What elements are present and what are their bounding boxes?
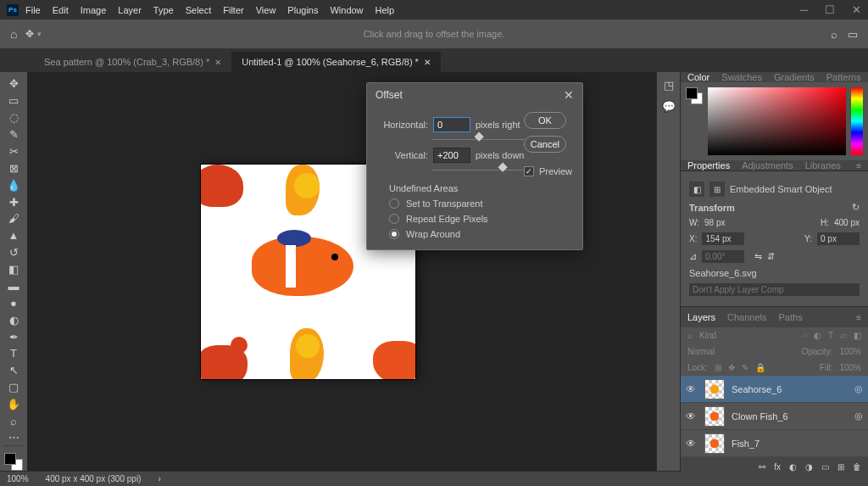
horizontal-input[interactable] [433,117,470,132]
reset-icon[interactable]: ↻ [852,202,860,213]
zoom-tool[interactable]: ⌕ [3,413,25,430]
menu-layer[interactable]: Layer [118,5,142,15]
layer-row[interactable]: 👁 Fish_7 [681,430,868,457]
radio-icon[interactable] [389,214,399,224]
history-brush-tool[interactable]: ↺ [3,244,25,261]
hue-slider[interactable] [851,87,863,155]
flip-h-icon[interactable]: ⇋ [754,251,762,262]
radio-repeat[interactable]: Repeat Edge Pixels [389,214,574,224]
move-tool[interactable]: ✥ [3,75,25,92]
lock-icon[interactable]: 🔒 [755,363,765,372]
tab-sea-pattern[interactable]: Sea pattern @ 100% (Crab_3, RGB/8) * ✕ [34,52,231,72]
dialog-titlebar[interactable]: Offset ✕ [367,83,582,107]
x-input[interactable] [702,232,744,245]
tab-layers[interactable]: Layers [687,312,715,322]
layer-name[interactable]: Fish_7 [732,439,760,449]
filter-smart-icon[interactable]: ◧ [854,331,861,340]
doc-info[interactable]: 400 px x 400 px (300 ppi) [46,474,142,483]
heal-tool[interactable]: ✚ [3,193,25,210]
move-tool-icon[interactable]: ✥ [25,28,34,40]
history-panel-icon[interactable]: ◳ [664,79,674,92]
mask-icon[interactable]: ◐ [789,462,797,472]
tab-libraries[interactable]: Libraries [805,160,841,170]
new-layer-icon[interactable]: ⊞ [837,462,844,472]
radio-wrap[interactable]: Wrap Around [389,229,574,239]
pen-tool[interactable]: ✒ [3,328,25,345]
opacity-value[interactable]: 100% [839,347,861,356]
window-close-icon[interactable]: ✕ [852,3,861,16]
visibility-icon[interactable]: 👁 [686,383,698,395]
frame-tool[interactable]: ⊠ [3,159,25,176]
quickselect-tool[interactable]: ✎ [3,126,25,143]
home-icon[interactable]: ⌂ [10,27,17,41]
comments-panel-icon[interactable]: 💬 [662,100,676,113]
radio-icon[interactable] [389,198,399,209]
tab-patterns[interactable]: Patterns [826,72,861,82]
chevron-right-icon[interactable]: › [158,474,160,483]
filter-search-icon[interactable]: ⌕ [687,331,693,340]
brush-tool[interactable]: 🖌 [3,210,25,227]
type-tool[interactable]: T [3,345,25,362]
blend-mode-select[interactable]: Normal [687,347,715,356]
menu-plugins[interactable]: Plugins [287,5,318,15]
menu-help[interactable]: Help [376,5,395,15]
panel-swatch[interactable] [686,87,703,104]
gradient-tool[interactable]: ▬ [3,278,25,295]
angle-input[interactable] [702,250,744,263]
transform-header[interactable]: Transform [689,203,735,213]
menu-filter[interactable]: Filter [223,5,243,15]
tab-gradients[interactable]: Gradients [774,72,815,82]
lock-pixels-icon[interactable]: ✎ [742,363,748,372]
foreground-background-swatch[interactable] [4,453,23,471]
workspace-icon[interactable]: ▭ [848,28,858,41]
hand-tool[interactable]: ✋ [3,396,25,413]
horizontal-slider[interactable] [431,136,525,144]
w-value[interactable]: 98 px [704,218,725,227]
menu-edit[interactable]: Edit [53,5,69,15]
flip-v-icon[interactable]: ⇵ [767,251,775,262]
edit-toolbar[interactable]: ⋯ [3,429,25,446]
vertical-input[interactable] [433,148,470,163]
layer-row[interactable]: 👁 Seahorse_6 ◎ [681,376,868,403]
radio-icon[interactable] [389,229,399,239]
layer-row[interactable]: 👁 Clown Fish_6 ◎ [681,403,868,430]
close-icon[interactable]: ✕ [564,88,574,102]
window-maximize-icon[interactable]: ☐ [825,3,835,16]
visibility-icon[interactable]: 👁 [686,411,698,422]
menu-select[interactable]: Select [186,5,212,15]
filter-pixel-icon[interactable]: ▫ [804,331,807,340]
layer-name[interactable]: Clown Fish_6 [732,411,788,422]
group-icon[interactable]: ▭ [821,462,829,472]
close-icon[interactable]: ✕ [424,58,431,67]
menu-image[interactable]: Image [81,5,107,15]
fx-icon[interactable]: fx [774,462,781,472]
tool-dropdown-icon[interactable]: ▾ [37,30,42,38]
tab-channels[interactable]: Channels [727,312,766,322]
lock-position-icon[interactable]: ✥ [728,363,735,372]
tab-adjustments[interactable]: Adjustments [742,160,793,170]
blur-tool[interactable]: ● [3,294,25,311]
path-tool[interactable]: ↖ [3,362,25,379]
tab-properties[interactable]: Properties [687,160,730,170]
menu-file[interactable]: File [25,5,41,15]
menu-window[interactable]: Window [330,5,363,15]
fill-value[interactable]: 100% [839,363,861,372]
search-icon[interactable]: ⌕ [831,28,837,41]
layer-thumbnail[interactable] [704,433,725,454]
panel-menu-icon[interactable]: ≡ [856,161,861,170]
window-minimize-icon[interactable]: ─ [800,3,808,16]
adjustment-icon[interactable]: ◑ [805,462,813,472]
menu-type[interactable]: Type [153,5,174,15]
stamp-tool[interactable]: ▲ [3,227,25,244]
preview-checkbox[interactable]: ✓ [524,166,534,176]
crop-tool[interactable]: ✂ [3,143,25,160]
tab-swatches[interactable]: Swatches [721,72,762,82]
tab-color[interactable]: Color [687,72,709,82]
filter-shape-icon[interactable]: ▱ [840,331,847,340]
layer-name[interactable]: Seahorse_6 [732,384,782,394]
ok-button[interactable]: OK [524,112,566,129]
delete-icon[interactable]: 🗑 [853,462,861,472]
shape-tool[interactable]: ▢ [3,379,25,396]
cancel-button[interactable]: Cancel [524,136,566,153]
eyedropper-tool[interactable]: 💧 [3,176,25,193]
